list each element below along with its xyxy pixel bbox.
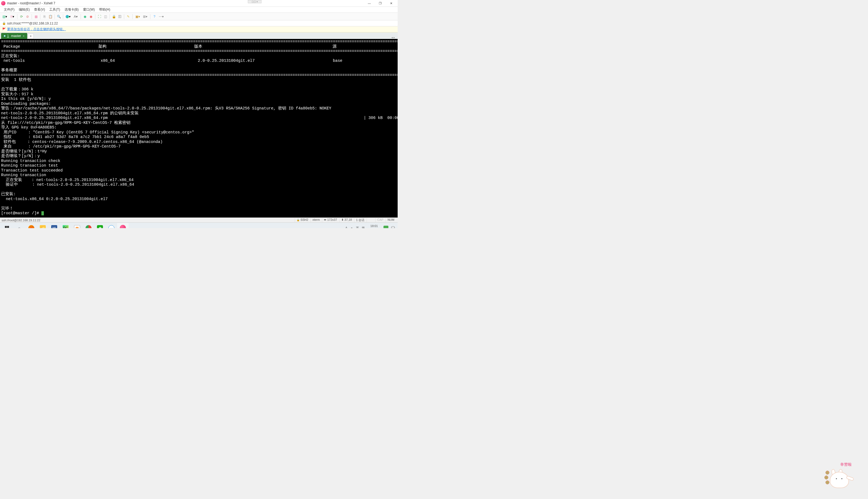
taskbar-word[interactable]: W [48, 223, 60, 228]
separator [124, 14, 124, 19]
tab-status-icon [4, 35, 5, 37]
status-size: ⬌ 172x37 [322, 218, 339, 222]
tray-clock[interactable]: 18:01 2022/12/9 [367, 224, 381, 228]
hint-bar: 🚩 要添加当前会话，点击左侧的箭头按钮。 [0, 26, 398, 33]
system-tray: ᐱ ⩕ 英 拼 18:01 2022/12/9 💬 [343, 224, 397, 228]
menu-tabs[interactable]: 选项卡(B) [62, 7, 81, 13]
taskbar-wechat[interactable]: ◉ [94, 223, 106, 228]
terminal-prompt: [root@master /]# [1, 211, 41, 215]
status-term: xterm [311, 218, 322, 222]
minimize-button[interactable]: — [364, 0, 375, 7]
taskbar-firefox[interactable]: 🦊 [26, 223, 37, 228]
taskbar-vmware[interactable]: ▦ [71, 223, 83, 228]
fullscreen-button[interactable]: ⛶ [97, 14, 102, 19]
separator [17, 14, 17, 19]
close-button[interactable]: ✕ [386, 0, 397, 7]
taskbar-chrome[interactable] [83, 223, 94, 228]
tray-notification-icon[interactable]: 💬 [391, 226, 395, 228]
menu-view[interactable]: 查看(V) [32, 7, 47, 13]
tray-ime-mode[interactable]: 拼 [362, 226, 365, 228]
lock-icon: 🔒 [2, 22, 6, 25]
color-scheme-button[interactable]: ▾ [64, 14, 72, 19]
menu-window[interactable]: 窗口(W) [81, 7, 97, 13]
open-button[interactable]: ⎘▾ [9, 14, 16, 19]
tab-number: 1 [7, 34, 9, 38]
separator [150, 14, 150, 19]
address-bar: 🔒 ssh://root:******@192.168.19.11:22 [0, 21, 398, 26]
key-button[interactable]: ⚿ [117, 14, 123, 19]
window-title: master - root@master:/ - Xshell 7 [7, 1, 364, 5]
separator [95, 14, 95, 19]
status-pos: ⬍ 37,18 [339, 218, 354, 222]
menu-edit[interactable]: 编辑(E) [16, 7, 32, 13]
status-spacer [366, 218, 375, 222]
tray-ime-lang[interactable]: 英 [356, 226, 359, 228]
separator [55, 14, 55, 19]
disconnect-button[interactable]: ⊘ [25, 14, 30, 19]
more-button[interactable]: ⋯▾ [158, 14, 165, 19]
lock-button[interactable]: 🔒 [111, 14, 117, 19]
title-bar: master - root@master:/ - Xshell 7 ▢▢ ▾ —… [0, 0, 398, 7]
status-ssh: 🔒 SSH2 [295, 218, 310, 222]
separator [132, 14, 133, 19]
taskbar-xshell[interactable] [117, 223, 129, 228]
transparent-button[interactable]: ◫ [103, 14, 108, 19]
session-tab[interactable]: 1 master × [1, 33, 27, 39]
taskbar-explorer[interactable]: 📁 [37, 223, 48, 228]
terminal-output[interactable]: ========================================… [0, 39, 398, 218]
start-button[interactable] [1, 223, 13, 228]
status-session: 1 会话 [354, 218, 366, 222]
flag-icon: 🚩 [2, 27, 6, 31]
status-bar: ssh://root@192.168.19.11:22 🔒 SSH2 xterm… [0, 218, 398, 222]
taskbar-pycharm[interactable]: PC [60, 223, 71, 228]
separator [109, 14, 110, 19]
tab-label: master [11, 34, 21, 38]
xftp-button[interactable]: ◉ [88, 14, 94, 19]
new-tab-button[interactable]: + [28, 34, 34, 39]
menu-tools[interactable]: 工具(T) [47, 7, 62, 13]
xagent-button[interactable]: ◉ [82, 14, 88, 19]
menu-bar: 文件(F) 编辑(E) 查看(V) 工具(T) 选项卡(B) 窗口(W) 帮助(… [0, 7, 398, 13]
separator [32, 14, 32, 19]
window-controls: — ❐ ✕ [364, 0, 397, 7]
status-cap: CAP [375, 218, 385, 222]
terminal-cursor-icon [41, 211, 44, 215]
hint-text: 要添加当前会话，点击左侧的箭头按钮。 [7, 27, 66, 32]
app-icon [1, 1, 5, 5]
find-button[interactable]: 🔍 [56, 14, 62, 19]
maximize-button[interactable]: ❐ [375, 0, 386, 7]
watermark-icon: ▢▢ ▾ [248, 0, 262, 3]
script-button[interactable]: ▣▾ [134, 14, 141, 19]
new-session-button[interactable]: ▤▾ [1, 14, 8, 19]
encoding-button[interactable]: ⊞▾ [142, 14, 149, 19]
highlight-button[interactable]: ✎ [125, 14, 131, 19]
font-button[interactable]: A▾ [72, 14, 79, 19]
status-connection: ssh://root@192.168.19.11:22 [2, 219, 295, 222]
status-num: NUM [386, 218, 396, 222]
taskbar-teamviewer[interactable]: ↔ [106, 223, 117, 228]
copy-button[interactable]: ⎘ [42, 14, 47, 19]
tray-desktop-app-icon[interactable] [384, 226, 388, 228]
address-text[interactable]: ssh://root:******@192.168.19.11:22 [7, 22, 58, 25]
tabs-bar: 1 master × + ◂ ▸ [0, 33, 398, 39]
tab-scroll-icon[interactable]: ◂ ▸ [390, 36, 397, 39]
separator [40, 14, 40, 19]
lock-icon: 🔒 [297, 219, 300, 221]
taskbar: ⌕ 🦊 📁 W PC ▦ ◉ ↔ ᐱ ⩕ 英 拼 18:01 2022/12/9… [0, 222, 398, 228]
search-button[interactable]: ⌕ [13, 223, 26, 228]
menu-help[interactable]: 帮助(H) [97, 7, 112, 13]
separator [81, 14, 81, 19]
help-button[interactable]: ? [152, 14, 157, 19]
reconnect-button[interactable]: ⟳ [19, 14, 24, 19]
paste-button[interactable]: 📋 [48, 14, 53, 19]
tray-chevron-icon[interactable]: ᐱ [345, 226, 348, 228]
toolbar: ▤▾ ⎘▾ ⟳ ⊘ ▦ ⎘ 📋 🔍 ▾ A▾ ◉ ◉ ⛶ ◫ 🔒 ⚿ ✎ ▣▾ … [0, 13, 398, 21]
tab-close-icon[interactable]: × [23, 34, 24, 38]
properties-button[interactable]: ▦ [33, 14, 39, 19]
menu-file[interactable]: 文件(F) [2, 7, 16, 13]
tray-wifi-icon[interactable]: ⩕ [350, 227, 353, 228]
